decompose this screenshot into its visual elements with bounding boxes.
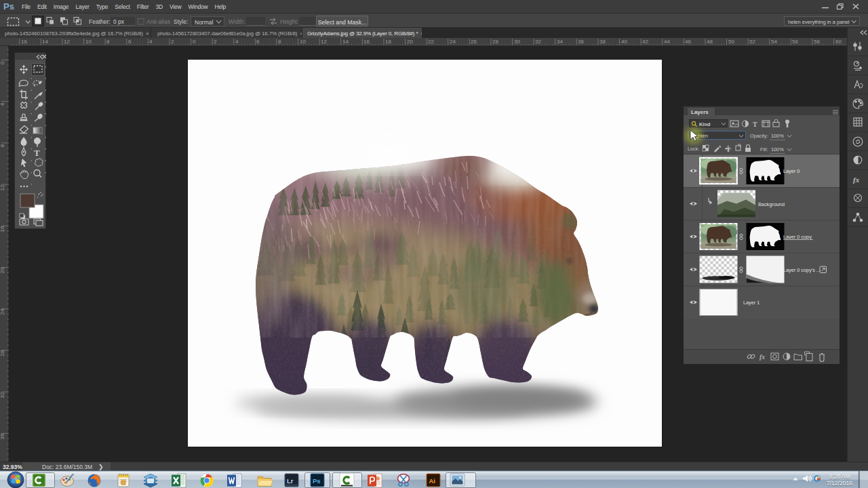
- svg-text:Ps: Ps: [313, 477, 321, 485]
- svg-text:24: 24: [0, 308, 5, 314]
- svg-text:14: 14: [42, 39, 48, 45]
- svg-text:Layer 1: Layer 1: [743, 300, 760, 306]
- svg-text:10: 10: [300, 39, 306, 45]
- svg-text:8: 8: [278, 39, 281, 45]
- svg-text:32: 32: [535, 39, 541, 45]
- svg-text:T: T: [34, 148, 40, 158]
- svg-text:0: 0: [193, 39, 196, 45]
- svg-text:20: 20: [0, 267, 5, 273]
- svg-text:36: 36: [578, 39, 584, 45]
- svg-text:8: 8: [106, 39, 110, 45]
- svg-text:0: 0: [0, 61, 5, 64]
- svg-text:12: 12: [321, 39, 327, 45]
- svg-text:12: 12: [64, 39, 70, 45]
- svg-text:18: 18: [385, 39, 391, 45]
- svg-text:20: 20: [407, 39, 413, 45]
- svg-text:32: 32: [0, 392, 5, 398]
- svg-text:14: 14: [342, 39, 349, 45]
- svg-text:50: 50: [728, 39, 734, 45]
- svg-text:46: 46: [685, 39, 691, 45]
- svg-text:12: 12: [0, 184, 5, 190]
- svg-text:Ai: Ai: [429, 477, 436, 485]
- svg-text:22: 22: [428, 39, 434, 45]
- svg-text:26: 26: [471, 39, 477, 45]
- svg-text:6: 6: [128, 39, 132, 45]
- svg-text:30: 30: [514, 39, 520, 45]
- svg-text:2: 2: [214, 39, 217, 45]
- svg-text:56: 56: [792, 39, 798, 45]
- svg-text:28: 28: [0, 350, 5, 356]
- svg-text:60: 60: [835, 39, 842, 45]
- svg-text:7/12/2016: 7/12/2016: [827, 480, 852, 487]
- svg-text:48: 48: [707, 39, 713, 45]
- svg-text:54: 54: [771, 39, 777, 45]
- svg-text:52: 52: [749, 39, 755, 45]
- svg-text:4: 4: [235, 39, 239, 45]
- svg-text:fx: fx: [853, 176, 860, 184]
- svg-text:2: 2: [171, 39, 174, 45]
- svg-text:8: 8: [0, 144, 5, 147]
- svg-text:58: 58: [814, 39, 820, 45]
- svg-text:Background: Background: [758, 201, 785, 207]
- svg-text:28: 28: [492, 39, 498, 45]
- svg-text:36: 36: [0, 433, 5, 439]
- svg-text:34: 34: [557, 39, 563, 45]
- svg-text:40: 40: [621, 39, 627, 45]
- svg-text:T: T: [753, 121, 757, 128]
- svg-text:Lr: Lr: [287, 477, 294, 485]
- svg-text:16: 16: [21, 39, 27, 45]
- svg-text:Layer 0 copy: Layer 0 copy: [783, 234, 813, 240]
- svg-text:42: 42: [642, 39, 648, 45]
- svg-text:10: 10: [85, 39, 92, 45]
- svg-text:24: 24: [450, 39, 456, 45]
- svg-text:16: 16: [0, 226, 5, 232]
- svg-text:Layer 0: Layer 0: [783, 168, 800, 174]
- svg-text:Layer 0 copy's ...: Layer 0 copy's ...: [783, 267, 821, 273]
- svg-text:8:28 AM: 8:28 AM: [829, 473, 850, 480]
- svg-text:4: 4: [0, 102, 5, 106]
- svg-text:38: 38: [599, 39, 606, 45]
- svg-text:44: 44: [664, 39, 670, 45]
- svg-text:16: 16: [363, 39, 370, 45]
- svg-text:fx: fx: [760, 354, 765, 361]
- svg-text:4: 4: [149, 39, 153, 45]
- svg-text:6: 6: [256, 39, 260, 45]
